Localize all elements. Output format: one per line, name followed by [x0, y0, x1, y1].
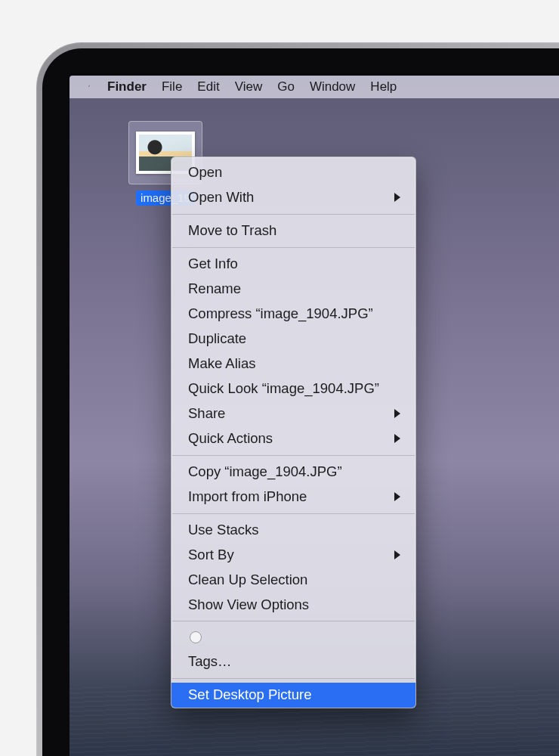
cm-separator: [172, 455, 415, 456]
cm-separator: [172, 214, 415, 215]
cm-compress[interactable]: Compress “image_1904.JPG”: [171, 302, 415, 327]
cm-share[interactable]: Share: [171, 401, 415, 426]
cm-tag-swatch-row[interactable]: [171, 625, 415, 649]
submenu-arrow-icon: [394, 550, 400, 559]
apple-menu-icon[interactable]: [80, 80, 92, 94]
cm-separator: [172, 678, 415, 679]
submenu-arrow-icon: [394, 492, 400, 501]
menubar-app-name[interactable]: Finder: [107, 79, 147, 94]
cm-make-alias[interactable]: Make Alias: [171, 352, 415, 376]
cm-clean-up-selection[interactable]: Clean Up Selection: [171, 568, 415, 593]
menubar-edit[interactable]: Edit: [197, 79, 219, 94]
laptop-frame: Finder File Edit View Go Window Help ima…: [36, 42, 559, 756]
cm-get-info[interactable]: Get Info: [171, 252, 415, 277]
menubar-file[interactable]: File: [162, 79, 182, 94]
screen: Finder File Edit View Go Window Help ima…: [69, 76, 559, 756]
menubar-go[interactable]: Go: [277, 79, 295, 94]
menubar-view[interactable]: View: [235, 79, 263, 94]
cm-use-stacks[interactable]: Use Stacks: [171, 518, 415, 543]
cm-tags[interactable]: Tags…: [171, 649, 415, 674]
cm-copy[interactable]: Copy “image_1904.JPG”: [171, 460, 415, 485]
cm-separator: [172, 621, 415, 621]
tag-color-circle-icon[interactable]: [190, 631, 202, 643]
menubar-help[interactable]: Help: [370, 79, 397, 94]
cm-sort-by[interactable]: Sort By: [171, 543, 415, 568]
submenu-arrow-icon: [394, 434, 400, 443]
submenu-arrow-icon: [394, 193, 400, 202]
cm-import-iphone[interactable]: Import from iPhone: [171, 485, 415, 510]
cm-quick-actions[interactable]: Quick Actions: [171, 426, 415, 451]
cm-show-view-options[interactable]: Show View Options: [171, 593, 415, 618]
cm-rename[interactable]: Rename: [171, 277, 415, 302]
cm-quick-look[interactable]: Quick Look “image_1904.JPG”: [171, 376, 415, 401]
cm-move-to-trash[interactable]: Move to Trash: [171, 218, 415, 243]
cm-duplicate[interactable]: Duplicate: [171, 327, 415, 352]
cm-separator: [172, 247, 415, 248]
menubar-window[interactable]: Window: [310, 79, 355, 94]
submenu-arrow-icon: [394, 409, 400, 418]
menubar: Finder File Edit View Go Window Help: [69, 76, 559, 98]
cm-open[interactable]: Open: [171, 160, 415, 185]
cm-separator: [172, 513, 415, 514]
context-menu: Open Open With Move to Trash Get Info Re…: [171, 156, 416, 708]
laptop-bezel: Finder File Edit View Go Window Help ima…: [42, 48, 559, 756]
cm-set-desktop-picture[interactable]: Set Desktop Picture: [171, 683, 415, 708]
cm-open-with[interactable]: Open With: [171, 185, 415, 210]
